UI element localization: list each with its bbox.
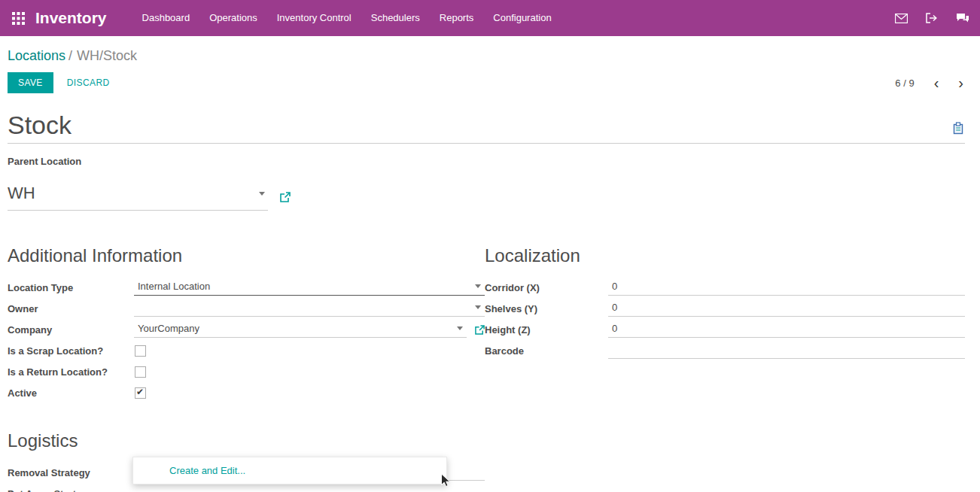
corridor-x-label: Corridor (X) <box>485 282 608 293</box>
parent-location-value[interactable]: WH <box>8 184 259 203</box>
pager-count: 6 / 9 <box>895 77 914 89</box>
scrap-location-label: Is a Scrap Location? <box>8 345 134 357</box>
removal-strategy-label: Removal Strategy <box>8 467 134 478</box>
menu-item-configuration[interactable]: Configuration <box>483 0 561 36</box>
height-z-label: Height (Z) <box>485 324 608 336</box>
parent-location-row: WH <box>8 184 965 211</box>
parent-location-input[interactable]: WH <box>8 184 268 211</box>
height-z-input[interactable]: 0 <box>608 321 965 338</box>
navbar-right-icons <box>895 13 980 23</box>
breadcrumb-locations-link[interactable]: Locations <box>8 48 65 63</box>
pager: 6 / 9 ‹ › <box>895 77 963 89</box>
parent-location-label: Parent Location <box>8 156 965 167</box>
return-location-checkbox[interactable] <box>135 366 146 378</box>
owner-label: Owner <box>8 303 134 314</box>
active-checkbox[interactable] <box>135 387 146 399</box>
chevron-down-icon[interactable] <box>475 284 481 288</box>
messages-envelope-icon[interactable] <box>895 14 908 23</box>
app-title[interactable]: Inventory <box>35 9 107 27</box>
corridor-x-value[interactable]: 0 <box>612 281 961 292</box>
chevron-down-icon[interactable] <box>457 326 463 330</box>
chevron-down-icon[interactable] <box>259 192 265 196</box>
location-type-select[interactable]: Internal Location <box>134 279 485 296</box>
menu-item-schedulers[interactable]: Schedulers <box>361 0 430 36</box>
active-label: Active <box>8 387 134 399</box>
autocomplete-dropdown: Create and Edit... <box>132 457 447 484</box>
shelves-y-label: Shelves (Y) <box>485 303 608 314</box>
record-name-input[interactable]: Stock <box>8 111 72 139</box>
main-menu: Dashboard Operations Inventory Control S… <box>132 0 562 36</box>
apps-grid-icon[interactable] <box>0 12 35 25</box>
additional-information-heading: Additional Information <box>8 245 485 266</box>
record-title-row: Stock <box>8 111 965 144</box>
localization-section: Localization Corridor (X) 0 Shelves (Y) … <box>485 245 965 403</box>
logout-icon[interactable] <box>926 13 938 23</box>
height-z-value[interactable]: 0 <box>612 323 961 334</box>
return-location-label: Is a Return Location? <box>8 366 134 378</box>
top-navbar: Inventory Dashboard Operations Inventory… <box>0 0 980 36</box>
create-and-edit-option[interactable]: Create and Edit... <box>133 465 446 476</box>
owner-input[interactable] <box>134 301 485 317</box>
company-input[interactable]: YourCompany <box>134 321 467 338</box>
pager-previous-button[interactable]: ‹ <box>934 77 939 88</box>
save-button[interactable]: SAVE <box>8 72 53 93</box>
breadcrumb-separator: / <box>65 48 77 63</box>
logistics-heading: Logistics <box>8 430 965 451</box>
control-row: SAVE DISCARD 6 / 9 ‹ › <box>8 72 980 93</box>
company-label: Company <box>8 324 134 336</box>
additional-information-section: Additional Information Location Type Int… <box>8 245 485 403</box>
breadcrumb-current: WH/Stock <box>77 48 137 63</box>
translate-icon[interactable] <box>952 122 965 138</box>
put-away-strategy-label: Put Away Strategy <box>8 488 134 492</box>
form-sheet: Stock Parent Location WH Additional Info… <box>0 111 980 492</box>
corridor-x-input[interactable]: 0 <box>608 279 965 296</box>
menu-item-reports[interactable]: Reports <box>430 0 484 36</box>
scrap-location-checkbox[interactable] <box>135 345 146 357</box>
menu-item-operations[interactable]: Operations <box>199 0 267 36</box>
external-link-icon[interactable] <box>475 325 485 335</box>
menu-item-inventory-control[interactable]: Inventory Control <box>267 0 361 36</box>
chat-icon[interactable] <box>956 13 969 23</box>
breadcrumb: Locations/WH/Stock <box>0 36 980 64</box>
external-link-icon[interactable] <box>280 192 291 202</box>
shelves-y-value[interactable]: 0 <box>612 302 961 313</box>
barcode-label: Barcode <box>485 345 608 357</box>
localization-heading: Localization <box>485 245 965 266</box>
company-value[interactable]: YourCompany <box>138 323 457 334</box>
location-type-label: Location Type <box>8 282 134 293</box>
menu-item-dashboard[interactable]: Dashboard <box>132 0 200 36</box>
shelves-y-input[interactable]: 0 <box>608 300 965 317</box>
chevron-down-icon[interactable] <box>475 305 481 309</box>
logistics-section: Logistics Removal Strategy Put Away Stra… <box>8 430 965 492</box>
put-away-strategy-input[interactable] <box>134 486 485 492</box>
barcode-input[interactable] <box>608 343 965 359</box>
form-columns: Additional Information Location Type Int… <box>8 245 965 403</box>
discard-button[interactable]: DISCARD <box>67 77 110 88</box>
location-type-value[interactable]: Internal Location <box>138 281 475 292</box>
pager-next-button[interactable]: › <box>958 77 963 88</box>
